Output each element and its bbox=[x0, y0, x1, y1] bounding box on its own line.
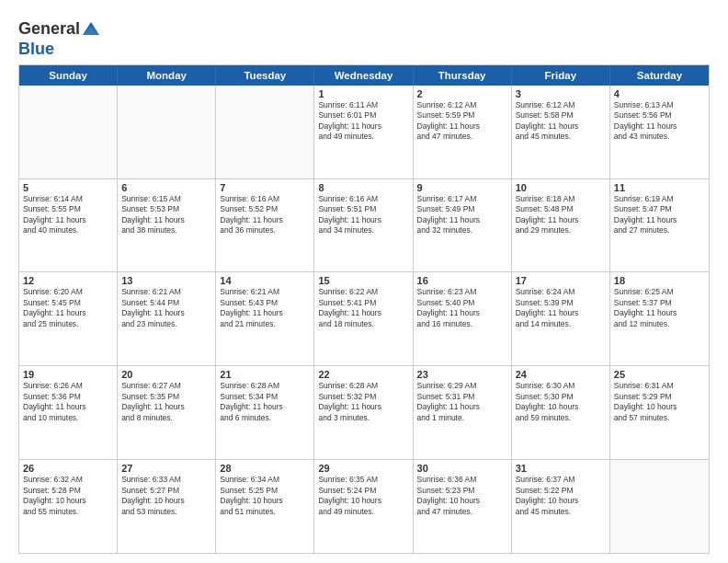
day-number: 29 bbox=[318, 463, 408, 474]
day-cell-18: 18Sunrise: 6:25 AM Sunset: 5:37 PM Dayli… bbox=[610, 272, 709, 365]
weekday-header-sunday: Sunday bbox=[19, 65, 118, 86]
logo: General Blue bbox=[18, 18, 101, 59]
header: General Blue bbox=[18, 15, 710, 59]
day-info: Sunrise: 6:12 AM Sunset: 5:58 PM Dayligh… bbox=[516, 100, 606, 143]
day-number: 19 bbox=[23, 369, 113, 380]
day-info: Sunrise: 6:31 AM Sunset: 5:29 PM Dayligh… bbox=[614, 381, 705, 423]
day-number: 14 bbox=[220, 275, 310, 286]
day-info: Sunrise: 6:20 AM Sunset: 5:45 PM Dayligh… bbox=[23, 287, 113, 329]
day-info: Sunrise: 6:11 AM Sunset: 6:01 PM Dayligh… bbox=[318, 100, 408, 143]
day-cell-4: 4Sunrise: 6:13 AM Sunset: 5:56 PM Daylig… bbox=[610, 86, 709, 178]
day-info: Sunrise: 6:25 AM Sunset: 5:37 PM Dayligh… bbox=[614, 287, 705, 329]
day-info: Sunrise: 6:24 AM Sunset: 5:39 PM Dayligh… bbox=[516, 287, 606, 329]
day-cell-11: 11Sunrise: 6:19 AM Sunset: 5:47 PM Dayli… bbox=[610, 179, 709, 272]
weekday-header-thursday: Thursday bbox=[414, 65, 512, 86]
day-number: 3 bbox=[516, 88, 606, 99]
day-number: 22 bbox=[318, 369, 408, 380]
day-info: Sunrise: 6:29 AM Sunset: 5:31 PM Dayligh… bbox=[417, 381, 507, 423]
day-number: 5 bbox=[23, 182, 113, 193]
weekday-header-friday: Friday bbox=[512, 65, 610, 86]
day-info: Sunrise: 6:17 AM Sunset: 5:49 PM Dayligh… bbox=[417, 194, 507, 236]
day-number: 20 bbox=[121, 369, 211, 380]
day-cell-2: 2Sunrise: 6:12 AM Sunset: 5:59 PM Daylig… bbox=[414, 86, 512, 178]
calendar-row-0: 1Sunrise: 6:11 AM Sunset: 6:01 PM Daylig… bbox=[19, 86, 709, 178]
calendar-body: 1Sunrise: 6:11 AM Sunset: 6:01 PM Daylig… bbox=[19, 86, 709, 553]
day-number: 13 bbox=[121, 275, 211, 286]
day-number: 1 bbox=[318, 88, 408, 99]
day-info: Sunrise: 6:22 AM Sunset: 5:41 PM Dayligh… bbox=[318, 287, 408, 329]
day-number: 27 bbox=[121, 463, 211, 474]
day-cell-16: 16Sunrise: 6:23 AM Sunset: 5:40 PM Dayli… bbox=[414, 272, 512, 365]
day-number: 4 bbox=[614, 88, 705, 99]
calendar-row-2: 12Sunrise: 6:20 AM Sunset: 5:45 PM Dayli… bbox=[19, 271, 709, 365]
day-number: 11 bbox=[614, 182, 705, 193]
calendar-row-1: 5Sunrise: 6:14 AM Sunset: 5:55 PM Daylig… bbox=[19, 178, 709, 272]
day-cell-21: 21Sunrise: 6:28 AM Sunset: 5:34 PM Dayli… bbox=[216, 366, 314, 459]
day-info: Sunrise: 6:19 AM Sunset: 5:47 PM Dayligh… bbox=[614, 194, 705, 236]
day-info: Sunrise: 6:34 AM Sunset: 5:25 PM Dayligh… bbox=[220, 475, 310, 517]
day-info: Sunrise: 6:36 AM Sunset: 5:23 PM Dayligh… bbox=[417, 475, 507, 517]
day-number: 24 bbox=[516, 369, 606, 380]
day-number: 2 bbox=[417, 88, 507, 99]
day-cell-30: 30Sunrise: 6:36 AM Sunset: 5:23 PM Dayli… bbox=[414, 460, 512, 553]
calendar-row-4: 26Sunrise: 6:32 AM Sunset: 5:28 PM Dayli… bbox=[19, 459, 709, 553]
day-info: Sunrise: 6:21 AM Sunset: 5:43 PM Dayligh… bbox=[220, 287, 310, 329]
day-info: Sunrise: 6:15 AM Sunset: 5:53 PM Dayligh… bbox=[121, 194, 211, 236]
day-info: Sunrise: 6:14 AM Sunset: 5:55 PM Dayligh… bbox=[23, 194, 113, 236]
day-number: 16 bbox=[417, 275, 507, 286]
day-cell-17: 17Sunrise: 6:24 AM Sunset: 5:39 PM Dayli… bbox=[512, 272, 610, 365]
day-info: Sunrise: 6:12 AM Sunset: 5:59 PM Dayligh… bbox=[417, 100, 507, 143]
day-number: 26 bbox=[23, 463, 113, 474]
day-cell-31: 31Sunrise: 6:37 AM Sunset: 5:22 PM Dayli… bbox=[512, 460, 610, 553]
calendar-row-3: 19Sunrise: 6:26 AM Sunset: 5:36 PM Dayli… bbox=[19, 365, 709, 459]
day-number: 28 bbox=[220, 463, 310, 474]
day-number: 6 bbox=[121, 182, 211, 193]
weekday-header-wednesday: Wednesday bbox=[314, 65, 413, 86]
day-number: 9 bbox=[417, 182, 507, 193]
day-cell-26: 26Sunrise: 6:32 AM Sunset: 5:28 PM Dayli… bbox=[19, 460, 118, 553]
day-cell-22: 22Sunrise: 6:28 AM Sunset: 5:32 PM Dayli… bbox=[314, 366, 413, 459]
weekday-header-tuesday: Tuesday bbox=[216, 65, 314, 86]
day-cell-24: 24Sunrise: 6:30 AM Sunset: 5:30 PM Dayli… bbox=[512, 366, 610, 459]
day-info: Sunrise: 6:28 AM Sunset: 5:34 PM Dayligh… bbox=[220, 381, 310, 423]
empty-cell-0-0 bbox=[19, 86, 118, 178]
day-number: 8 bbox=[318, 182, 408, 193]
day-info: Sunrise: 6:35 AM Sunset: 5:24 PM Dayligh… bbox=[318, 475, 408, 517]
day-number: 30 bbox=[417, 463, 507, 474]
day-cell-7: 7Sunrise: 6:16 AM Sunset: 5:52 PM Daylig… bbox=[216, 179, 314, 272]
day-cell-14: 14Sunrise: 6:21 AM Sunset: 5:43 PM Dayli… bbox=[216, 272, 314, 365]
day-cell-29: 29Sunrise: 6:35 AM Sunset: 5:24 PM Dayli… bbox=[314, 460, 413, 553]
day-cell-25: 25Sunrise: 6:31 AM Sunset: 5:29 PM Dayli… bbox=[610, 366, 709, 459]
day-number: 12 bbox=[23, 275, 113, 286]
day-info: Sunrise: 6:18 AM Sunset: 5:48 PM Dayligh… bbox=[516, 194, 606, 236]
day-cell-6: 6Sunrise: 6:15 AM Sunset: 5:53 PM Daylig… bbox=[118, 179, 216, 272]
day-cell-12: 12Sunrise: 6:20 AM Sunset: 5:45 PM Dayli… bbox=[19, 272, 118, 365]
day-cell-5: 5Sunrise: 6:14 AM Sunset: 5:55 PM Daylig… bbox=[19, 179, 118, 272]
day-cell-19: 19Sunrise: 6:26 AM Sunset: 5:36 PM Dayli… bbox=[19, 366, 118, 459]
page: General Blue SundayMondayTuesdayWednesda… bbox=[0, 0, 728, 563]
day-info: Sunrise: 6:13 AM Sunset: 5:56 PM Dayligh… bbox=[614, 100, 705, 143]
logo-general: General bbox=[18, 19, 80, 38]
day-info: Sunrise: 6:32 AM Sunset: 5:28 PM Dayligh… bbox=[23, 475, 113, 517]
empty-cell-0-2 bbox=[216, 86, 314, 178]
day-info: Sunrise: 6:28 AM Sunset: 5:32 PM Dayligh… bbox=[318, 381, 408, 423]
day-info: Sunrise: 6:21 AM Sunset: 5:44 PM Dayligh… bbox=[121, 287, 211, 329]
day-cell-15: 15Sunrise: 6:22 AM Sunset: 5:41 PM Dayli… bbox=[314, 272, 413, 365]
weekday-header-monday: Monday bbox=[118, 65, 216, 86]
day-info: Sunrise: 6:23 AM Sunset: 5:40 PM Dayligh… bbox=[417, 287, 507, 329]
empty-cell-4-6 bbox=[610, 460, 709, 553]
day-number: 25 bbox=[614, 369, 705, 380]
day-number: 15 bbox=[318, 275, 408, 286]
logo-icon bbox=[81, 18, 101, 39]
day-info: Sunrise: 6:16 AM Sunset: 5:52 PM Dayligh… bbox=[220, 194, 310, 236]
day-info: Sunrise: 6:27 AM Sunset: 5:35 PM Dayligh… bbox=[121, 381, 211, 423]
day-info: Sunrise: 6:37 AM Sunset: 5:22 PM Dayligh… bbox=[516, 475, 606, 517]
day-cell-13: 13Sunrise: 6:21 AM Sunset: 5:44 PM Dayli… bbox=[118, 272, 216, 365]
day-info: Sunrise: 6:33 AM Sunset: 5:27 PM Dayligh… bbox=[121, 475, 211, 517]
svg-marker-1 bbox=[83, 26, 99, 35]
day-number: 18 bbox=[614, 275, 705, 286]
day-info: Sunrise: 6:26 AM Sunset: 5:36 PM Dayligh… bbox=[23, 381, 113, 423]
day-cell-23: 23Sunrise: 6:29 AM Sunset: 5:31 PM Dayli… bbox=[414, 366, 512, 459]
calendar: SundayMondayTuesdayWednesdayThursdayFrid… bbox=[18, 64, 710, 554]
empty-cell-0-1 bbox=[118, 86, 216, 178]
